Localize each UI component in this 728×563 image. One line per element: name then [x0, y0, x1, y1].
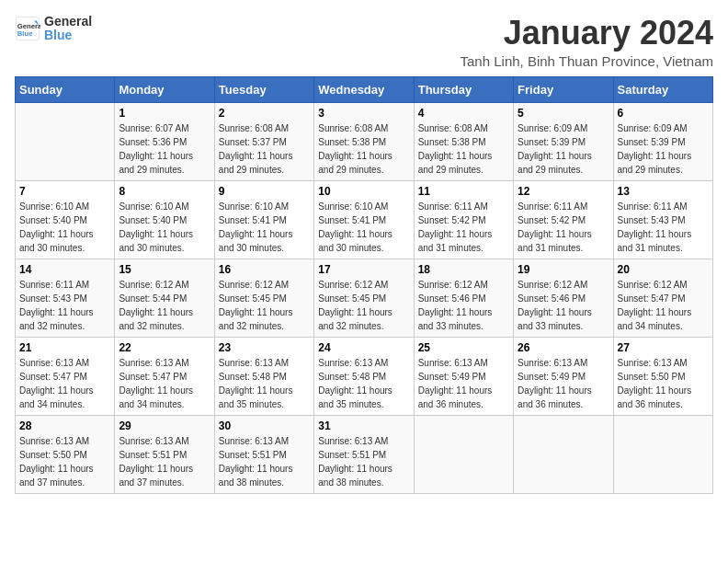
- day-info: Sunrise: 6:11 AM Sunset: 5:42 PM Dayligh…: [518, 200, 609, 255]
- calendar-cell: [613, 415, 712, 493]
- calendar-cell: 13Sunrise: 6:11 AM Sunset: 5:43 PM Dayli…: [613, 180, 712, 259]
- day-info: Sunrise: 6:13 AM Sunset: 5:50 PM Dayligh…: [618, 356, 709, 411]
- day-number: 1: [119, 107, 210, 120]
- day-number: 27: [618, 341, 709, 354]
- day-number: 12: [518, 185, 609, 198]
- day-number: 30: [219, 419, 310, 432]
- week-row-1: 1Sunrise: 6:07 AM Sunset: 5:36 PM Daylig…: [16, 102, 713, 180]
- header-saturday: Saturday: [613, 76, 712, 102]
- day-info: Sunrise: 6:09 AM Sunset: 5:39 PM Dayligh…: [618, 121, 709, 177]
- page-header: General Blue General Blue January 2024 T…: [15, 15, 713, 69]
- day-info: Sunrise: 6:12 AM Sunset: 5:45 PM Dayligh…: [219, 278, 310, 333]
- day-number: 6: [618, 107, 709, 120]
- calendar-cell: [414, 415, 513, 493]
- calendar-cell: 25Sunrise: 6:13 AM Sunset: 5:49 PM Dayli…: [414, 337, 513, 415]
- calendar-cell: 24Sunrise: 6:13 AM Sunset: 5:48 PM Dayli…: [314, 337, 414, 415]
- calendar-cell: 10Sunrise: 6:10 AM Sunset: 5:41 PM Dayli…: [314, 180, 414, 259]
- day-number: 16: [219, 263, 310, 276]
- day-number: 13: [618, 185, 709, 198]
- day-info: Sunrise: 6:13 AM Sunset: 5:48 PM Dayligh…: [219, 356, 310, 411]
- calendar-table: SundayMondayTuesdayWednesdayThursdayFrid…: [15, 76, 713, 494]
- calendar-cell: 4Sunrise: 6:08 AM Sunset: 5:38 PM Daylig…: [414, 102, 513, 180]
- week-row-4: 21Sunrise: 6:13 AM Sunset: 5:47 PM Dayli…: [16, 337, 713, 415]
- day-info: Sunrise: 6:13 AM Sunset: 5:50 PM Dayligh…: [19, 434, 110, 489]
- header-thursday: Thursday: [414, 76, 513, 102]
- day-info: Sunrise: 6:13 AM Sunset: 5:47 PM Dayligh…: [19, 356, 110, 411]
- day-number: 15: [119, 263, 210, 276]
- calendar-cell: 14Sunrise: 6:11 AM Sunset: 5:43 PM Dayli…: [16, 259, 115, 337]
- header-tuesday: Tuesday: [214, 76, 313, 102]
- calendar-cell: 26Sunrise: 6:13 AM Sunset: 5:49 PM Dayli…: [514, 337, 613, 415]
- month-title: January 2024: [461, 15, 713, 52]
- logo: General Blue General Blue: [15, 15, 92, 43]
- calendar-cell: 11Sunrise: 6:11 AM Sunset: 5:42 PM Dayli…: [414, 180, 513, 259]
- calendar-cell: 6Sunrise: 6:09 AM Sunset: 5:39 PM Daylig…: [613, 102, 712, 180]
- day-number: 14: [19, 263, 110, 276]
- day-info: Sunrise: 6:12 AM Sunset: 5:45 PM Dayligh…: [318, 278, 409, 333]
- day-number: 28: [19, 419, 110, 432]
- day-number: 29: [119, 419, 210, 432]
- day-info: Sunrise: 6:13 AM Sunset: 5:49 PM Dayligh…: [518, 356, 609, 411]
- day-number: 21: [19, 341, 110, 354]
- calendar-cell: 27Sunrise: 6:13 AM Sunset: 5:50 PM Dayli…: [613, 337, 712, 415]
- day-info: Sunrise: 6:12 AM Sunset: 5:47 PM Dayligh…: [618, 278, 709, 333]
- header-wednesday: Wednesday: [314, 76, 414, 102]
- day-number: 5: [518, 107, 609, 120]
- day-info: Sunrise: 6:10 AM Sunset: 5:40 PM Dayligh…: [19, 200, 110, 255]
- day-info: Sunrise: 6:13 AM Sunset: 5:49 PM Dayligh…: [418, 356, 509, 411]
- calendar-cell: 22Sunrise: 6:13 AM Sunset: 5:47 PM Dayli…: [115, 337, 214, 415]
- day-info: Sunrise: 6:13 AM Sunset: 5:48 PM Dayligh…: [318, 356, 409, 411]
- day-info: Sunrise: 6:13 AM Sunset: 5:51 PM Dayligh…: [318, 434, 409, 489]
- day-number: 24: [318, 341, 409, 354]
- calendar-cell: 21Sunrise: 6:13 AM Sunset: 5:47 PM Dayli…: [16, 337, 115, 415]
- day-info: Sunrise: 6:10 AM Sunset: 5:41 PM Dayligh…: [219, 200, 310, 255]
- day-info: Sunrise: 6:13 AM Sunset: 5:51 PM Dayligh…: [119, 434, 210, 489]
- day-number: 31: [318, 419, 409, 432]
- day-info: Sunrise: 6:08 AM Sunset: 5:38 PM Dayligh…: [418, 121, 509, 177]
- calendar-cell: [514, 415, 613, 493]
- calendar-cell: 29Sunrise: 6:13 AM Sunset: 5:51 PM Dayli…: [115, 415, 214, 493]
- calendar-cell: 16Sunrise: 6:12 AM Sunset: 5:45 PM Dayli…: [214, 259, 313, 337]
- logo-icon: General Blue: [15, 16, 40, 41]
- day-number: 4: [418, 107, 509, 120]
- header-row: SundayMondayTuesdayWednesdayThursdayFrid…: [16, 76, 713, 102]
- day-number: 8: [119, 185, 210, 198]
- day-number: 7: [19, 185, 110, 198]
- week-row-3: 14Sunrise: 6:11 AM Sunset: 5:43 PM Dayli…: [16, 259, 713, 337]
- location-subtitle: Tanh Linh, Binh Thuan Province, Vietnam: [461, 53, 713, 69]
- title-block: January 2024 Tanh Linh, Binh Thuan Provi…: [461, 15, 713, 69]
- calendar-cell: 19Sunrise: 6:12 AM Sunset: 5:46 PM Dayli…: [514, 259, 613, 337]
- week-row-2: 7Sunrise: 6:10 AM Sunset: 5:40 PM Daylig…: [16, 180, 713, 259]
- day-info: Sunrise: 6:11 AM Sunset: 5:43 PM Dayligh…: [19, 278, 110, 333]
- day-number: 23: [219, 341, 310, 354]
- day-number: 18: [418, 263, 509, 276]
- calendar-cell: 3Sunrise: 6:08 AM Sunset: 5:38 PM Daylig…: [314, 102, 414, 180]
- day-info: Sunrise: 6:08 AM Sunset: 5:38 PM Dayligh…: [318, 121, 409, 177]
- calendar-cell: 17Sunrise: 6:12 AM Sunset: 5:45 PM Dayli…: [314, 259, 414, 337]
- calendar-cell: 20Sunrise: 6:12 AM Sunset: 5:47 PM Dayli…: [613, 259, 712, 337]
- day-info: Sunrise: 6:11 AM Sunset: 5:42 PM Dayligh…: [418, 200, 509, 255]
- day-number: 9: [219, 185, 310, 198]
- header-monday: Monday: [115, 76, 214, 102]
- day-info: Sunrise: 6:08 AM Sunset: 5:37 PM Dayligh…: [219, 121, 310, 177]
- calendar-cell: 2Sunrise: 6:08 AM Sunset: 5:37 PM Daylig…: [214, 102, 313, 180]
- calendar-cell: 8Sunrise: 6:10 AM Sunset: 5:40 PM Daylig…: [115, 180, 214, 259]
- calendar-cell: 28Sunrise: 6:13 AM Sunset: 5:50 PM Dayli…: [16, 415, 115, 493]
- calendar-cell: 12Sunrise: 6:11 AM Sunset: 5:42 PM Dayli…: [514, 180, 613, 259]
- svg-text:Blue: Blue: [17, 30, 33, 39]
- calendar-cell: 31Sunrise: 6:13 AM Sunset: 5:51 PM Dayli…: [314, 415, 414, 493]
- day-number: 19: [518, 263, 609, 276]
- logo-blue: Blue: [44, 29, 92, 42]
- calendar-cell: [16, 102, 115, 180]
- day-number: 20: [618, 263, 709, 276]
- calendar-cell: 18Sunrise: 6:12 AM Sunset: 5:46 PM Dayli…: [414, 259, 513, 337]
- day-number: 17: [318, 263, 409, 276]
- header-sunday: Sunday: [16, 76, 115, 102]
- day-number: 3: [318, 107, 409, 120]
- calendar-cell: 15Sunrise: 6:12 AM Sunset: 5:44 PM Dayli…: [115, 259, 214, 337]
- day-info: Sunrise: 6:11 AM Sunset: 5:43 PM Dayligh…: [618, 200, 709, 255]
- day-info: Sunrise: 6:12 AM Sunset: 5:46 PM Dayligh…: [518, 278, 609, 333]
- week-row-5: 28Sunrise: 6:13 AM Sunset: 5:50 PM Dayli…: [16, 415, 713, 493]
- day-info: Sunrise: 6:12 AM Sunset: 5:46 PM Dayligh…: [418, 278, 509, 333]
- calendar-cell: 5Sunrise: 6:09 AM Sunset: 5:39 PM Daylig…: [514, 102, 613, 180]
